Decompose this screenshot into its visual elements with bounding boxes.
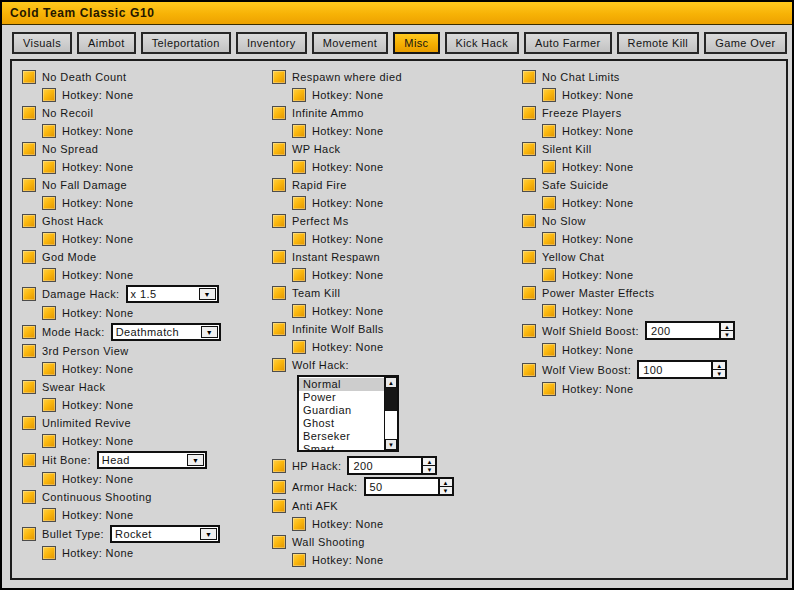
anti-afk-checkbox[interactable] — [272, 499, 286, 513]
chevron-down-icon[interactable]: ▼ — [199, 288, 216, 300]
hotkey-checkbox[interactable] — [42, 434, 56, 448]
hotkey-checkbox[interactable] — [292, 304, 306, 318]
hotkey-checkbox[interactable] — [42, 508, 56, 522]
tab-kick-hack[interactable]: Kick Hack — [445, 32, 520, 54]
spin-down-icon[interactable]: ▼ — [721, 331, 733, 338]
spin-down-icon[interactable]: ▼ — [713, 370, 725, 377]
hit-bone-dropdown[interactable]: Head▼ — [97, 451, 207, 469]
rapid-fire-checkbox[interactable] — [272, 178, 286, 192]
hotkey-checkbox[interactable] — [42, 306, 56, 320]
perfect-ms-checkbox[interactable] — [272, 214, 286, 228]
wall-shooting-checkbox[interactable] — [272, 535, 286, 549]
hp-hack-checkbox[interactable] — [272, 459, 286, 473]
tab-inventory[interactable]: Inventory — [236, 32, 307, 54]
no-slow-checkbox[interactable] — [522, 214, 536, 228]
3rd-person-view-checkbox[interactable] — [22, 344, 36, 358]
scrollbar-track[interactable] — [385, 411, 397, 439]
damage-hack-checkbox[interactable] — [22, 287, 36, 301]
scrollbar-thumb[interactable] — [385, 388, 397, 411]
hotkey-checkbox[interactable] — [292, 268, 306, 282]
spin-up-icon[interactable]: ▲ — [423, 458, 435, 466]
scroll-up-icon[interactable]: ▲ — [385, 377, 397, 388]
hotkey-checkbox[interactable] — [42, 124, 56, 138]
no-death-count-checkbox[interactable] — [22, 70, 36, 84]
tab-teleportation[interactable]: Teleportation — [141, 32, 231, 54]
wolf-hack-listbox[interactable]: NormalPowerGuardianGhostBersekerSmart▲▼ — [297, 375, 399, 452]
instant-respawn-checkbox[interactable] — [272, 250, 286, 264]
tab-game-over[interactable]: Game Over — [704, 32, 786, 54]
hotkey-checkbox[interactable] — [292, 160, 306, 174]
spin-up-icon[interactable]: ▲ — [440, 479, 452, 487]
hotkey-checkbox[interactable] — [292, 88, 306, 102]
hotkey-checkbox[interactable] — [542, 304, 556, 318]
swear-hack-checkbox[interactable] — [22, 380, 36, 394]
hotkey-checkbox[interactable] — [542, 268, 556, 282]
hotkey-checkbox[interactable] — [292, 196, 306, 210]
hotkey-checkbox[interactable] — [42, 88, 56, 102]
hotkey-checkbox[interactable] — [292, 124, 306, 138]
list-item-ghost[interactable]: Ghost — [299, 417, 384, 430]
list-item-power[interactable]: Power — [299, 391, 384, 404]
freeze-players-checkbox[interactable] — [522, 106, 536, 120]
ghost-hack-checkbox[interactable] — [22, 214, 36, 228]
infinite-ammo-checkbox[interactable] — [272, 106, 286, 120]
yellow-chat-checkbox[interactable] — [522, 250, 536, 264]
no-chat-limits-checkbox[interactable] — [522, 70, 536, 84]
list-item-normal[interactable]: Normal — [299, 378, 384, 391]
spin-up-icon[interactable]: ▲ — [713, 362, 725, 370]
hotkey-checkbox[interactable] — [42, 398, 56, 412]
spin-up-icon[interactable]: ▲ — [721, 323, 733, 331]
hit-bone-checkbox[interactable] — [22, 453, 36, 467]
wolf-view-boost-checkbox[interactable] — [522, 363, 536, 377]
continuous-shooting-checkbox[interactable] — [22, 490, 36, 504]
listbox-scrollbar[interactable]: ▲▼ — [384, 377, 397, 450]
hotkey-checkbox[interactable] — [42, 160, 56, 174]
hotkey-checkbox[interactable] — [542, 343, 556, 357]
tab-remote-kill[interactable]: Remote Kill — [617, 32, 700, 54]
chevron-down-icon[interactable]: ▼ — [201, 326, 218, 338]
mode-hack-checkbox[interactable] — [22, 325, 36, 339]
hotkey-checkbox[interactable] — [42, 196, 56, 210]
tab-movement[interactable]: Movement — [312, 32, 389, 54]
mode-hack-dropdown[interactable]: Deathmatch▼ — [111, 323, 221, 341]
wolf-shield-boost-checkbox[interactable] — [522, 324, 536, 338]
scroll-down-icon[interactable]: ▼ — [385, 439, 397, 450]
hp-hack-input[interactable]: 200 — [347, 456, 421, 475]
god-mode-checkbox[interactable] — [22, 250, 36, 264]
hotkey-checkbox[interactable] — [542, 382, 556, 396]
power-master-effects-checkbox[interactable] — [522, 286, 536, 300]
list-item-smart[interactable]: Smart — [299, 443, 384, 450]
armor-hack-checkbox[interactable] — [272, 480, 286, 494]
chevron-down-icon[interactable]: ▼ — [200, 528, 217, 540]
wolf-shield-boost-input[interactable]: 200 — [645, 321, 719, 340]
tab-visuals[interactable]: Visuals — [12, 32, 72, 54]
hotkey-checkbox[interactable] — [42, 362, 56, 376]
hotkey-checkbox[interactable] — [542, 160, 556, 174]
wolf-hack-checkbox[interactable] — [272, 358, 286, 372]
spin-down-icon[interactable]: ▼ — [423, 466, 435, 473]
safe-suicide-checkbox[interactable] — [522, 178, 536, 192]
no-fall-damage-checkbox[interactable] — [22, 178, 36, 192]
tab-misc[interactable]: Misc — [393, 32, 439, 54]
hotkey-checkbox[interactable] — [542, 88, 556, 102]
bullet-type-checkbox[interactable] — [22, 527, 36, 541]
list-item-guardian[interactable]: Guardian — [299, 404, 384, 417]
silent-kill-checkbox[interactable] — [522, 142, 536, 156]
bullet-type-dropdown[interactable]: Rocket▼ — [110, 525, 220, 543]
hotkey-checkbox[interactable] — [42, 232, 56, 246]
hotkey-checkbox[interactable] — [292, 553, 306, 567]
hotkey-checkbox[interactable] — [542, 124, 556, 138]
hotkey-checkbox[interactable] — [292, 517, 306, 531]
unlimited-revive-checkbox[interactable] — [22, 416, 36, 430]
chevron-down-icon[interactable]: ▼ — [187, 454, 204, 466]
no-recoil-checkbox[interactable] — [22, 106, 36, 120]
hotkey-checkbox[interactable] — [42, 472, 56, 486]
hotkey-checkbox[interactable] — [542, 196, 556, 210]
list-item-berseker[interactable]: Berseker — [299, 430, 384, 443]
damage-hack-dropdown[interactable]: x 1.5▼ — [126, 285, 219, 303]
tab-aimbot[interactable]: Aimbot — [77, 32, 136, 54]
hotkey-checkbox[interactable] — [542, 232, 556, 246]
wolf-view-boost-input[interactable]: 100 — [637, 360, 711, 379]
wp-hack-checkbox[interactable] — [272, 142, 286, 156]
infinite-wolf-balls-checkbox[interactable] — [272, 322, 286, 336]
